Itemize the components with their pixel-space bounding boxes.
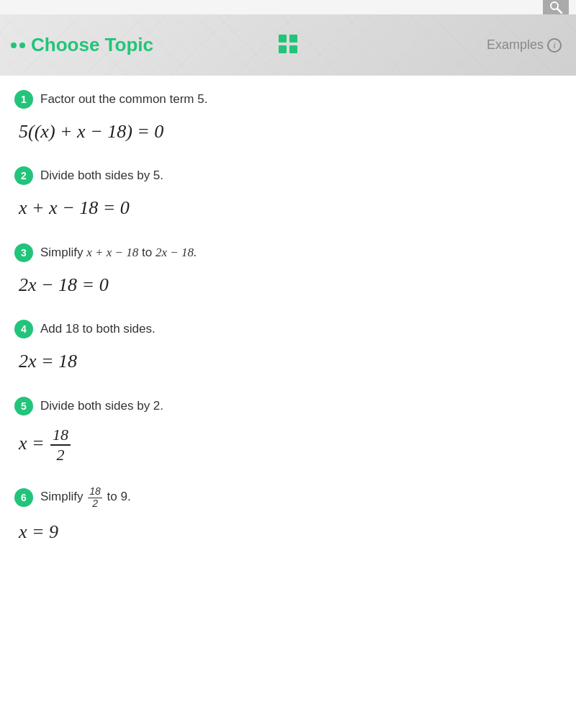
step-4-description: Add 18 to both sides. — [40, 322, 156, 336]
svg-rect-2 — [279, 35, 287, 42]
step-2-block: 2 Divide both sides by 5. x + x − 18 = 0 — [14, 166, 562, 221]
fraction-denominator: 2 — [55, 446, 67, 464]
step-1-header: 1 Factor out the common term 5. — [14, 90, 562, 109]
step-5-header: 5 Divide both sides by 2. — [14, 397, 562, 415]
examples-button[interactable]: Examples i — [487, 37, 562, 53]
step-6-math: x = 9 — [14, 519, 562, 545]
step-5-number: 5 — [14, 397, 33, 415]
step-2-description: Divide both sides by 5. — [40, 168, 163, 183]
step-2-header: 2 Divide both sides by 5. — [14, 166, 562, 185]
svg-line-1 — [557, 9, 562, 13]
step-5-description: Divide both sides by 2. — [40, 399, 163, 413]
header: Choose Topic Examples i — [0, 14, 576, 76]
step-4-number: 4 — [14, 320, 33, 338]
choose-topic-label: Choose Topic — [31, 34, 153, 56]
step-2-number: 2 — [14, 166, 33, 185]
step-1-math: 5((x) + x − 18) = 0 — [14, 119, 562, 145]
grid-icon[interactable] — [277, 33, 299, 58]
step-6-block: 6 Simplify 182 to 9. x = 9 — [14, 486, 562, 545]
step-6-number: 6 — [14, 488, 33, 507]
dot1 — [11, 42, 17, 48]
step-3-math: 2x − 18 = 0 — [14, 272, 562, 298]
step-3-number: 3 — [14, 243, 33, 262]
step-1-number: 1 — [14, 90, 33, 109]
info-icon: i — [547, 38, 562, 53]
choose-topic-nav[interactable]: Choose Topic — [11, 34, 153, 56]
fraction-small-18-2: 182 — [88, 486, 102, 509]
content-area: 1 Factor out the common term 5. 5((x) + … — [0, 76, 576, 582]
step-6-header: 6 Simplify 182 to 9. — [14, 486, 562, 509]
step-4-math: 2x = 18 — [14, 349, 562, 374]
step-5-block: 5 Divide both sides by 2. x = 18 2 — [14, 397, 562, 465]
step-3-header: 3 Simplify x + x − 18 to 2x − 18. — [14, 243, 562, 262]
dots-icon — [11, 42, 25, 48]
step-5-math: x = 18 2 — [14, 426, 562, 465]
step-1-description: Factor out the common term 5. — [40, 92, 207, 107]
step-4-header: 4 Add 18 to both sides. — [14, 320, 562, 338]
step-3-block: 3 Simplify x + x − 18 to 2x − 18. 2x − 1… — [14, 243, 562, 298]
fraction-numerator: 18 — [50, 426, 71, 446]
svg-rect-4 — [279, 45, 287, 53]
step-3-description: Simplify x + x − 18 to 2x − 18. — [40, 246, 197, 260]
svg-rect-3 — [289, 35, 297, 42]
step-4-block: 4 Add 18 to both sides. 2x = 18 — [14, 320, 562, 374]
step-1-block: 1 Factor out the common term 5. 5((x) + … — [14, 90, 562, 145]
step-2-math: x + x − 18 = 0 — [14, 195, 562, 221]
svg-rect-5 — [289, 45, 297, 53]
dot2 — [19, 42, 25, 48]
examples-label: Examples — [487, 37, 544, 53]
fraction-18-over-2: 18 2 — [50, 426, 71, 465]
step-6-description: Simplify 182 to 9. — [40, 486, 131, 509]
